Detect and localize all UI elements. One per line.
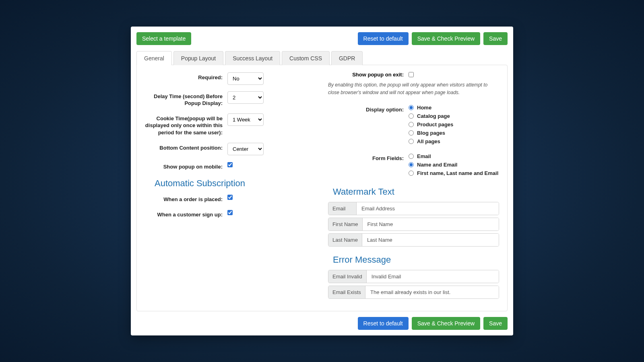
- display-option-blog[interactable]: Blog pages: [409, 130, 499, 136]
- signup-checkbox[interactable]: [227, 210, 233, 215]
- watermark-first-input[interactable]: [363, 218, 499, 230]
- tab-general[interactable]: General: [136, 51, 172, 65]
- form-fields-label: Form Fields:: [328, 152, 409, 162]
- form-fields-row: Form Fields: Email Name and Email First …: [328, 152, 499, 179]
- watermark-email-input[interactable]: [357, 202, 499, 215]
- bottom-right-buttons: Reset to default Save & Check Preview Sa…: [358, 317, 508, 330]
- save-button[interactable]: Save: [483, 32, 508, 45]
- cookie-label: Cookie Time(popup will be displayed only…: [145, 113, 227, 136]
- errmsg-exists-input[interactable]: [365, 286, 499, 298]
- required-row: Required: No: [145, 72, 316, 85]
- radio-ff-name-email-label: Name and Email: [417, 162, 457, 168]
- bottom-pos-label: Bottom Content position:: [145, 142, 227, 152]
- radio-home-label: Home: [417, 105, 431, 111]
- errmsg-title: Error Message: [333, 255, 499, 265]
- watermark-first-label: First Name: [328, 218, 363, 230]
- watermark-title: Watermark Text: [333, 187, 499, 197]
- show-mobile-row: Show popup on mobile:: [145, 161, 316, 171]
- radio-blog-label: Blog pages: [417, 130, 445, 136]
- delay-select[interactable]: 2: [227, 91, 264, 104]
- top-right-buttons: Reset to default Save & Check Preview Sa…: [358, 32, 508, 45]
- form-field-first-last-email[interactable]: First name, Last name and Email: [409, 170, 499, 176]
- tab-gdpr[interactable]: GDPR: [331, 51, 363, 65]
- reset-default-button-bottom[interactable]: Reset to default: [358, 317, 409, 330]
- errmsg-invalid-group: Email Invalid: [328, 270, 499, 283]
- show-mobile-checkbox[interactable]: [227, 162, 233, 167]
- errmsg-exists-label: Email Exists: [328, 286, 365, 298]
- radio-product[interactable]: [409, 122, 414, 127]
- watermark-first-group: First Name: [328, 218, 499, 231]
- form-field-email[interactable]: Email: [409, 153, 499, 159]
- cookie-select[interactable]: 1 Week: [227, 113, 264, 126]
- show-mobile-label: Show popup on mobile:: [145, 161, 227, 171]
- display-option-product[interactable]: Product pages: [409, 121, 499, 128]
- form-field-name-email[interactable]: Name and Email: [409, 162, 499, 168]
- radio-catalog[interactable]: [409, 113, 414, 119]
- watermark-last-label: Last Name: [328, 234, 362, 246]
- save-button-bottom[interactable]: Save: [483, 317, 508, 330]
- show-exit-label: Show popup on exit:: [328, 72, 409, 78]
- save-preview-button-bottom[interactable]: Save & Check Preview: [412, 317, 480, 330]
- delay-label: Delay Time (second) Before Popup Display…: [145, 90, 227, 107]
- radio-catalog-label: Catalog page: [417, 113, 450, 119]
- order-placed-checkbox[interactable]: [227, 195, 233, 200]
- display-option-catalog[interactable]: Catalog page: [409, 113, 499, 119]
- radio-ff-fle[interactable]: [409, 171, 414, 176]
- top-action-bar: Select a template Reset to default Save …: [136, 32, 508, 45]
- watermark-email-label: Email: [328, 202, 357, 215]
- radio-product-label: Product pages: [417, 121, 453, 128]
- auto-subscription-title: Automatic Subscription: [155, 178, 316, 189]
- bottom-pos-row: Bottom Content position: Center: [145, 142, 316, 155]
- errmsg-invalid-label: Email Invalid: [328, 270, 367, 283]
- watermark-email-group: Email: [328, 202, 499, 215]
- bottom-pos-select[interactable]: Center: [227, 143, 264, 155]
- save-preview-button[interactable]: Save & Check Preview: [412, 32, 480, 45]
- delay-row: Delay Time (second) Before Popup Display…: [145, 90, 316, 107]
- tab-bar: General Popup Layout Success Layout Cust…: [136, 51, 508, 65]
- display-option-all[interactable]: All pages: [409, 138, 499, 144]
- show-exit-checkbox[interactable]: [409, 72, 414, 77]
- show-exit-row: Show popup on exit:: [328, 72, 499, 79]
- display-option-label: Display option:: [328, 104, 409, 113]
- select-template-button[interactable]: Select a template: [136, 32, 191, 45]
- settings-card: Select a template Reset to default Save …: [131, 27, 513, 335]
- radio-blog[interactable]: [409, 130, 414, 136]
- tab-success-layout[interactable]: Success Layout: [225, 51, 280, 65]
- show-exit-help: By enabling this option, the popup will …: [328, 81, 499, 97]
- radio-home[interactable]: [409, 105, 414, 110]
- left-column: Required: No Delay Time (second) Before …: [145, 72, 316, 301]
- bottom-action-bar: Reset to default Save & Check Preview Sa…: [136, 317, 508, 330]
- tab-custom-css[interactable]: Custom CSS: [282, 51, 330, 65]
- errmsg-exists-group: Email Exists: [328, 286, 499, 299]
- radio-ff-email-label: Email: [417, 153, 431, 159]
- tab-content: Required: No Delay Time (second) Before …: [136, 65, 508, 311]
- right-column: Show popup on exit: By enabling this opt…: [328, 72, 499, 301]
- order-placed-label: When a order is placed:: [145, 193, 227, 203]
- display-option-home[interactable]: Home: [409, 105, 499, 111]
- required-label: Required:: [145, 72, 227, 81]
- reset-default-button[interactable]: Reset to default: [358, 32, 409, 45]
- display-option-row: Display option: Home Catalog page Produc…: [328, 104, 499, 147]
- signup-row: When a customer sign up:: [145, 209, 316, 218]
- cookie-row: Cookie Time(popup will be displayed only…: [145, 113, 316, 136]
- watermark-last-group: Last Name: [328, 233, 499, 247]
- radio-ff-fle-label: First name, Last name and Email: [417, 170, 498, 176]
- watermark-last-input[interactable]: [362, 234, 499, 246]
- signup-label: When a customer sign up:: [145, 209, 227, 218]
- tab-popup-layout[interactable]: Popup Layout: [173, 51, 223, 65]
- radio-all-label: All pages: [417, 138, 440, 144]
- radio-ff-name-email[interactable]: [409, 162, 414, 167]
- required-select[interactable]: No: [227, 72, 264, 85]
- order-placed-row: When a order is placed:: [145, 193, 316, 203]
- errmsg-invalid-input[interactable]: [367, 270, 499, 283]
- radio-all[interactable]: [409, 139, 414, 144]
- radio-ff-email[interactable]: [409, 154, 414, 159]
